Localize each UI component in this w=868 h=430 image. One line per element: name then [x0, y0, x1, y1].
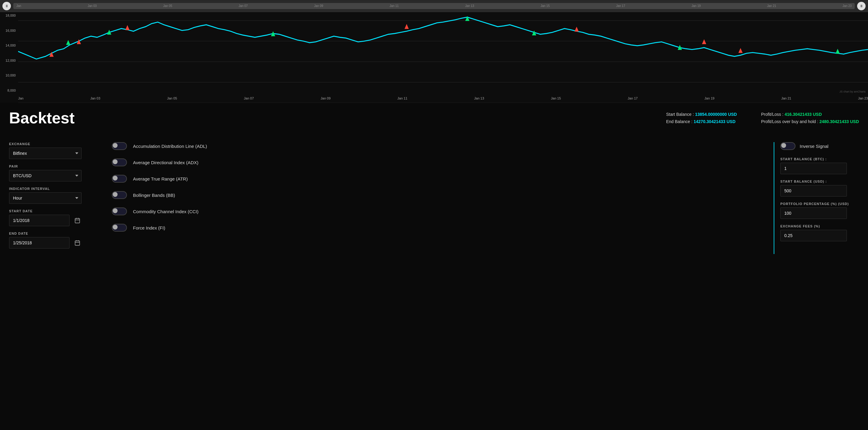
indicator-fi: Force Index (FI) [112, 224, 755, 232]
start-date-row [9, 215, 100, 226]
start-date-group: START DATE [9, 209, 100, 226]
profit-loss-stat: Profit/Loss : 416.30421433 USD [761, 112, 859, 117]
y-label: 8,000 [0, 89, 18, 92]
x-label: Jan 21 [781, 96, 791, 100]
svg-marker-6 [66, 40, 70, 45]
interval-select[interactable]: Hour Day Week [9, 192, 82, 204]
end-date-group: END DATE [9, 232, 100, 249]
indicator-cci: Commodity Channel Index (CCI) [112, 207, 755, 215]
indicator-adl-label: Accumulation Distribution Line (ADL) [133, 144, 207, 149]
end-date-input[interactable] [9, 237, 69, 249]
end-date-row [9, 237, 100, 249]
x-label: Jan 09 [321, 96, 331, 100]
indicator-adl: Accumulation Distribution Line (ADL) [112, 142, 755, 150]
end-date-calendar-icon[interactable] [72, 238, 82, 248]
exchange-fees-label: EXCHANGE FEES (%) [780, 224, 859, 228]
svg-marker-12 [836, 49, 840, 54]
exchange-fees-group: EXCHANGE FEES (%) [780, 224, 859, 241]
indicator-cci-label: Commodity Channel Index (CCI) [133, 209, 198, 214]
interval-group: INDICATOR INTERVAL Hour Day Week [9, 187, 100, 204]
x-label: Jan 07 [244, 96, 254, 100]
scroll-handle-left[interactable]: ⏸ [2, 2, 11, 10]
start-balance-btc-label: START BALANCE (BTC) : [780, 157, 859, 161]
y-label: 16,000 [0, 29, 18, 32]
toggle-adl[interactable] [112, 142, 127, 150]
toggle-fi[interactable] [112, 224, 127, 232]
svg-marker-16 [404, 24, 409, 29]
x-axis: Jan Jan 03 Jan 05 Jan 07 Jan 09 Jan 11 J… [18, 94, 868, 103]
stats-left: Start Balance : 13854.00000000 USD End B… [666, 112, 737, 124]
main-content: Backtest Start Balance : 13854.00000000 … [0, 103, 868, 260]
indicator-atr-label: Average True Range (ATR) [133, 176, 188, 181]
start-balance-usd-input[interactable] [780, 185, 847, 197]
toggle-bb[interactable] [112, 191, 127, 199]
right-column: Inverse Signal START BALANCE (BTC) : STA… [780, 142, 859, 254]
svg-marker-15 [125, 25, 130, 30]
start-balance-stat: Start Balance : 13854.00000000 USD [666, 112, 737, 117]
svg-marker-17 [575, 27, 579, 31]
x-label: Jan 11 [397, 96, 407, 100]
svg-rect-24 [75, 241, 80, 245]
indicator-bb-label: Bollinger Bands (BB) [133, 193, 175, 198]
exchange-label: EXCHANGE [9, 142, 100, 146]
start-balance-btc-input[interactable] [780, 163, 847, 174]
start-balance-btc-group: START BALANCE (BTC) : [780, 157, 859, 174]
indicator-adx: Average Directional Index (ADX) [112, 159, 755, 166]
x-label: Jan [18, 96, 24, 100]
exchange-fees-input[interactable] [780, 230, 847, 241]
toggle-adx[interactable] [112, 159, 127, 166]
profit-loss-bh-stat: Profit/Loss over buy and hold : 2480.304… [761, 119, 859, 124]
exchange-group: EXCHANGE Bitfinex Binance GDAX Kraken [9, 142, 100, 159]
start-date-calendar-icon[interactable] [72, 216, 82, 225]
y-label: 14,000 [0, 44, 18, 47]
inverse-signal-row: Inverse Signal [780, 142, 859, 150]
y-label: 12,000 [0, 59, 18, 62]
x-label: Jan 17 [628, 96, 638, 100]
amcharts-credit: JS chart by amCharts [839, 90, 866, 93]
start-balance-usd-group: START BALANCE (USD) : [780, 180, 859, 197]
page-title: Backtest [9, 109, 75, 127]
left-column: EXCHANGE Bitfinex Binance GDAX Kraken PA… [9, 142, 100, 254]
stats-right: Profit/Loss : 416.30421433 USD Profit/Lo… [761, 112, 859, 124]
end-date-label: END DATE [9, 232, 100, 235]
interval-label: INDICATOR INTERVAL [9, 187, 100, 191]
indicator-bb: Bollinger Bands (BB) [112, 191, 755, 199]
indicator-fi-label: Force Index (FI) [133, 225, 165, 230]
chart-container: ⏸ Jan Jan 03 Jan 05 Jan 07 Jan 09 Jan 11… [0, 0, 868, 103]
start-date-input[interactable] [9, 215, 69, 226]
x-label: Jan 05 [167, 96, 177, 100]
end-balance-stat: End Balance : 14270.30421433 USD [666, 119, 737, 124]
indicator-adx-label: Average Directional Index (ADX) [133, 160, 198, 165]
svg-marker-18 [702, 39, 706, 44]
exchange-select[interactable]: Bitfinex Binance GDAX Kraken [9, 148, 82, 159]
x-label: Jan 23 [858, 96, 868, 100]
start-date-label: START DATE [9, 209, 100, 213]
x-label: Jan 13 [474, 96, 484, 100]
indicator-atr: Average True Range (ATR) [112, 175, 755, 183]
y-label: 10,000 [0, 74, 18, 77]
svg-rect-20 [75, 218, 80, 223]
portfolio-pct-input[interactable] [780, 207, 847, 219]
indicators-column: Accumulation Distribution Line (ADL) Ave… [100, 142, 768, 254]
pair-label: PAIR [9, 165, 100, 168]
portfolio-pct-label: PORTFOLIO PERCENTAGE (%) (USD) [780, 202, 859, 206]
y-axis: 18,000 16,000 14,000 12,000 10,000 8,000 [0, 12, 18, 94]
x-label: Jan 19 [705, 96, 714, 100]
pair-select[interactable]: BTC/USD ETH/USD LTC/USD [9, 170, 82, 181]
content-columns: EXCHANGE Bitfinex Binance GDAX Kraken PA… [9, 142, 859, 254]
start-balance-usd-label: START BALANCE (USD) : [780, 180, 859, 183]
x-label: Jan 15 [551, 96, 561, 100]
svg-marker-19 [738, 48, 743, 53]
inverse-signal-label: Inverse Signal [800, 144, 829, 149]
x-label: Jan 03 [90, 96, 100, 100]
toggle-inverse-signal[interactable] [780, 142, 796, 150]
vertical-divider [774, 142, 774, 254]
chart-svg [18, 0, 868, 103]
portfolio-pct-group: PORTFOLIO PERCENTAGE (%) (USD) [780, 202, 859, 219]
y-label: 18,000 [0, 13, 18, 17]
toggle-atr[interactable] [112, 175, 127, 183]
svg-marker-9 [465, 16, 469, 21]
toggle-cci[interactable] [112, 207, 127, 215]
pair-group: PAIR BTC/USD ETH/USD LTC/USD [9, 165, 100, 181]
